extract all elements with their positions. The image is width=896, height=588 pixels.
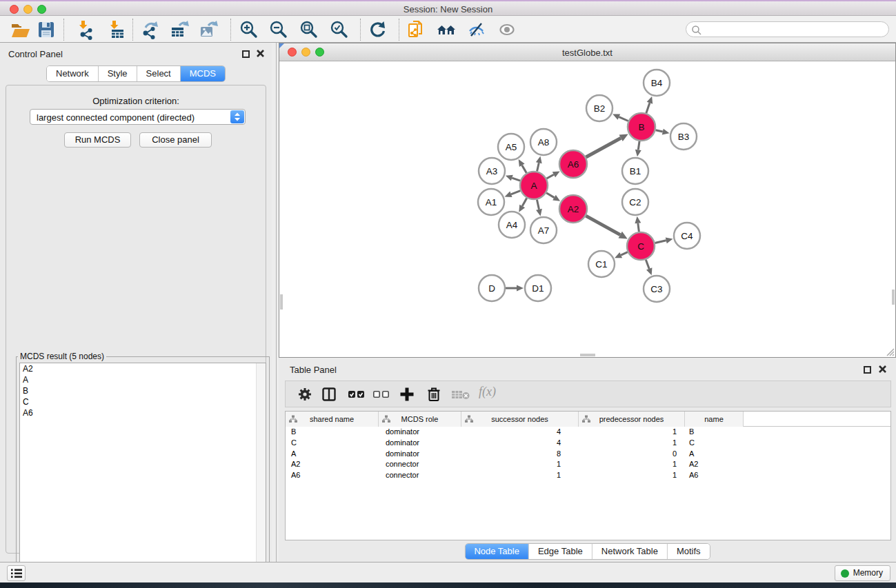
delete-table-icon[interactable]	[451, 389, 470, 401]
column-header-MCDS-role[interactable]: MCDS role	[379, 412, 461, 427]
graph-edge-C-C3[interactable]	[646, 260, 652, 276]
network-window-titlebar[interactable]: testGlobe.txt	[279, 43, 895, 61]
table-cell[interactable]: B	[286, 427, 379, 438]
mcds-result-item[interactable]: A2	[20, 363, 266, 374]
export-table-icon[interactable]	[170, 19, 190, 40]
graph-edge-B-B3[interactable]	[655, 129, 669, 135]
table-cell[interactable]: dominator	[379, 427, 461, 438]
table-cell[interactable]: B	[685, 427, 744, 438]
table-cell[interactable]: dominator	[379, 438, 461, 449]
zoom-fit-icon[interactable]	[299, 19, 319, 40]
graph-node-A1[interactable]: A1	[478, 189, 504, 215]
right-scroll-indicator[interactable]	[892, 290, 895, 305]
graph-edge-B-B1[interactable]	[635, 141, 641, 156]
graph-node-C[interactable]: C	[627, 232, 655, 260]
save-session-icon[interactable]	[36, 19, 57, 40]
graph-edge-D-D1[interactable]	[506, 285, 524, 292]
mcds-result-item[interactable]: C	[20, 396, 266, 407]
graph-edge-A-A1[interactable]	[505, 191, 521, 197]
tab-mcds[interactable]: MCDS	[181, 66, 225, 81]
network-from-selection-icon[interactable]	[406, 19, 426, 40]
table-float-icon[interactable]	[864, 366, 871, 374]
graph-node-A8[interactable]: A8	[530, 129, 557, 155]
memory-button[interactable]: Memory	[835, 565, 890, 581]
graph-node-B2[interactable]: B2	[586, 95, 613, 121]
close-panel-button[interactable]: Close panel	[139, 132, 212, 148]
table-cell[interactable]: 0	[579, 449, 685, 460]
table-cell[interactable]: A6	[286, 470, 379, 481]
graph-edge-C-C1[interactable]	[615, 252, 628, 258]
task-history-button[interactable]	[7, 565, 26, 581]
table-cell[interactable]: 1	[461, 470, 579, 481]
graph-node-D1[interactable]: D1	[525, 275, 551, 301]
table-close-icon[interactable]	[878, 365, 887, 374]
column-header-shared-name[interactable]: shared name	[286, 412, 379, 427]
tab-network-table[interactable]: Network Table	[593, 544, 668, 559]
column-header-successor-nodes[interactable]: successor nodes	[461, 412, 579, 427]
zoom-in-icon[interactable]	[239, 19, 259, 40]
export-image-icon[interactable]	[199, 19, 219, 40]
criterion-dropdown[interactable]: largest connected component (directed)	[30, 109, 246, 125]
table-cell[interactable]: 4	[461, 427, 579, 438]
export-network-icon[interactable]	[140, 19, 161, 40]
table-cell[interactable]: connector	[379, 470, 461, 481]
table-cell[interactable]: A6	[685, 470, 744, 481]
mcds-result-item[interactable]: A6	[20, 407, 266, 418]
graph-node-C4[interactable]: C4	[674, 223, 700, 249]
columns-icon[interactable]	[321, 387, 337, 402]
graph-edge-A-A2[interactable]	[546, 193, 560, 201]
graph-node-C1[interactable]: C1	[588, 251, 615, 277]
graph-node-B4[interactable]: B4	[644, 70, 670, 96]
table-cell[interactable]: connector	[379, 459, 461, 470]
run-mcds-button[interactable]: Run MCDS	[64, 132, 131, 148]
bottom-scroll-indicator[interactable]	[580, 354, 595, 356]
graph-node-A2[interactable]: A2	[559, 195, 587, 223]
panel-divider[interactable]	[276, 43, 277, 562]
mcds-result-item[interactable]: B	[20, 385, 266, 396]
table-cell[interactable]: 1	[579, 470, 685, 481]
mcds-result-item[interactable]: A	[20, 374, 266, 385]
tab-select[interactable]: Select	[137, 66, 181, 81]
import-table-icon[interactable]	[105, 19, 126, 40]
add-column-icon[interactable]	[399, 387, 415, 402]
graph-edge-A-A5[interactable]	[519, 159, 527, 173]
list-scrollbar[interactable]	[256, 363, 266, 584]
graph-node-A[interactable]: A	[520, 172, 548, 199]
graph-edge-A-A4[interactable]	[519, 198, 526, 212]
table-cell[interactable]: 1	[579, 459, 685, 470]
table-cell[interactable]: A	[286, 449, 379, 460]
graph-node-D[interactable]: D	[479, 275, 505, 301]
refresh-icon[interactable]	[368, 19, 388, 40]
mcds-result-list[interactable]: A2ABCA6	[19, 363, 266, 585]
graph-node-B1[interactable]: B1	[622, 158, 648, 184]
table-cell[interactable]: 8	[461, 449, 579, 460]
table-cell[interactable]: A2	[286, 459, 379, 470]
graph-edge-C-C4[interactable]	[655, 237, 673, 243]
left-scroll-indicator[interactable]	[280, 294, 283, 310]
gear-icon[interactable]	[297, 387, 312, 402]
deselect-all-icon[interactable]	[372, 387, 390, 402]
table-cell[interactable]: 1	[579, 427, 685, 438]
graph-edge-A-A8[interactable]	[536, 156, 542, 171]
graph-node-A4[interactable]: A4	[499, 212, 525, 238]
graph-node-A5[interactable]: A5	[498, 134, 524, 160]
table-row[interactable]: Cdominator41C	[286, 438, 890, 449]
hide-selected-icon[interactable]	[466, 19, 487, 40]
tab-style[interactable]: Style	[99, 66, 137, 81]
close-panel-icon[interactable]	[256, 49, 265, 58]
graph-node-A3[interactable]: A3	[479, 158, 505, 184]
search-input[interactable]	[704, 23, 884, 35]
graph-edge-A-A3[interactable]	[506, 175, 520, 181]
table-cell[interactable]: dominator	[379, 449, 461, 460]
graph-node-B[interactable]: B	[628, 113, 655, 141]
function-builder-icon[interactable]: f(x)	[479, 385, 496, 399]
tab-node-table[interactable]: Node Table	[465, 544, 529, 559]
tab-network[interactable]: Network	[47, 66, 99, 81]
float-panel-icon[interactable]	[242, 50, 250, 58]
graph-edge-B-B2[interactable]	[613, 114, 628, 121]
graph-node-B3[interactable]: B3	[670, 123, 697, 150]
zoom-out-icon[interactable]	[268, 19, 289, 40]
table-cell[interactable]: A	[685, 449, 744, 460]
show-all-icon[interactable]	[497, 19, 517, 40]
first-neighbors-icon[interactable]	[436, 19, 457, 40]
